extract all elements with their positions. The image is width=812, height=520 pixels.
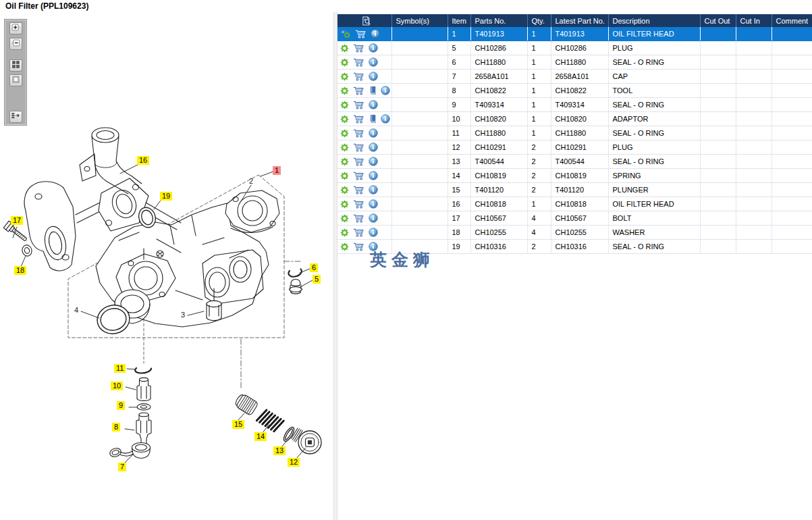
modify-gear-icon[interactable] — [340, 86, 349, 95]
part-info-icon[interactable] — [369, 157, 378, 166]
add-to-cart-icon[interactable] — [353, 101, 364, 109]
table-row[interactable]: 8 CH10822 1 CH10822 TOOL — [337, 84, 812, 98]
tile-view-button[interactable] — [9, 59, 22, 72]
modify-gear-icon[interactable] — [340, 242, 349, 251]
callout-18[interactable]: 18 — [14, 266, 26, 275]
full-page-view-button[interactable] — [9, 74, 22, 86]
cell-item: 6 — [448, 55, 470, 70]
part-info-icon[interactable] — [369, 199, 378, 209]
cell-latest-part-no: T401120 — [551, 183, 608, 197]
add-to-cart-icon[interactable] — [353, 143, 364, 152]
add-to-cart-icon[interactable] — [353, 242, 364, 251]
table-row[interactable]: 12 CH10291 2 CH10291 PLUG — [337, 140, 812, 155]
callout-15[interactable]: 15 — [232, 420, 244, 429]
callout-12[interactable]: 12 — [288, 458, 300, 467]
catalogue-note-icon[interactable] — [369, 114, 377, 124]
linked-gear-icon[interactable] — [340, 30, 351, 38]
add-to-cart-icon[interactable] — [353, 214, 364, 223]
cell-item: 13 — [448, 155, 470, 169]
part-info-icon[interactable] — [369, 128, 378, 138]
add-to-cart-icon[interactable] — [353, 58, 364, 67]
table-row[interactable]: 6 CH11880 1 CH11880 SEAL - O RING — [337, 55, 812, 70]
cell-symbols — [391, 98, 448, 112]
modify-gear-icon[interactable] — [340, 228, 349, 237]
modify-gear-icon[interactable] — [340, 115, 349, 124]
cell-parts-no: CH10291 — [470, 140, 527, 155]
callout-7[interactable]: 7 — [118, 463, 126, 471]
zoom-in-button[interactable] — [9, 22, 22, 34]
callout-14[interactable]: 14 — [254, 432, 267, 441]
modify-gear-icon[interactable] — [340, 44, 349, 53]
part-info-icon[interactable] — [369, 57, 378, 67]
app-window: Oil Filter (PPL109623) — [0, 0, 812, 520]
table-row[interactable]: 17 CH10567 4 CH10567 BOLT — [337, 211, 812, 226]
cell-cut-in — [736, 169, 772, 183]
table-row[interactable]: 10 CH10820 1 CH10820 ADAPTOR — [337, 112, 812, 126]
part-info-icon[interactable] — [369, 171, 378, 180]
callout-8[interactable]: 8 — [112, 423, 120, 432]
table-row[interactable]: 7 2658A101 1 2658A101 CAP — [337, 70, 812, 84]
table-row[interactable]: 1 T401913 1 T401913 OIL FILTER HEAD — [337, 27, 812, 41]
part-info-icon[interactable] — [369, 72, 378, 81]
cell-symbols — [391, 169, 448, 183]
part-info-icon[interactable] — [381, 86, 390, 95]
callout-17[interactable]: 17 — [11, 216, 23, 225]
modify-gear-icon[interactable] — [340, 143, 349, 152]
table-row[interactable]: 5 CH10286 1 CH10286 PLUG — [337, 41, 812, 55]
add-to-cart-icon[interactable] — [353, 186, 364, 194]
callout-9[interactable]: 9 — [117, 401, 125, 410]
table-row[interactable]: 18 CH10255 4 CH10255 WASHER — [337, 226, 812, 240]
part-info-icon[interactable] — [369, 213, 378, 223]
callout-11[interactable]: 11 — [114, 364, 126, 373]
part-info-icon[interactable] — [369, 228, 378, 237]
cell-latest-part-no: T400544 — [551, 155, 608, 169]
add-to-cart-icon[interactable] — [355, 30, 367, 38]
part-info-icon[interactable] — [381, 114, 390, 124]
add-to-cart-icon[interactable] — [353, 72, 364, 81]
table-row[interactable]: 14 CH10819 2 CH10819 SPRING — [337, 169, 812, 183]
cell-description: BOLT — [608, 211, 700, 226]
table-row[interactable]: 11 CH11880 1 CH11880 SEAL - O RING — [337, 126, 812, 140]
zoom-out-button[interactable] — [9, 38, 22, 50]
callout-6[interactable]: 6 — [310, 263, 318, 272]
cell-cut-in — [736, 240, 772, 254]
add-to-cart-icon[interactable] — [353, 228, 364, 237]
catalogue-note-icon[interactable] — [369, 86, 377, 95]
part-info-icon[interactable] — [369, 185, 378, 194]
add-to-cart-icon[interactable] — [353, 200, 364, 209]
callout-1[interactable]: 1 — [273, 166, 281, 175]
callout-19[interactable]: 19 — [160, 192, 172, 201]
part-info-icon[interactable] — [369, 100, 378, 109]
modify-gear-icon[interactable] — [340, 157, 349, 166]
part-info-icon[interactable] — [371, 29, 380, 38]
part-info-icon[interactable] — [369, 142, 378, 152]
modify-gear-icon[interactable] — [340, 186, 349, 194]
modify-gear-icon[interactable] — [340, 172, 349, 180]
add-to-cart-icon[interactable] — [353, 172, 364, 180]
add-to-cart-icon[interactable] — [353, 157, 364, 166]
table-row[interactable]: 13 T400544 2 T400544 SEAL - O RING — [337, 155, 812, 169]
callout-16[interactable]: 16 — [137, 156, 149, 165]
add-to-cart-icon[interactable] — [353, 115, 364, 124]
add-to-cart-icon[interactable] — [353, 44, 364, 53]
callout-5[interactable]: 5 — [313, 275, 321, 284]
part-info-icon[interactable] — [369, 43, 378, 53]
cell-qty: 1 — [527, 98, 551, 112]
toggle-parts-panel-button[interactable] — [9, 111, 22, 123]
cell-parts-no: T401120 — [470, 183, 527, 197]
table-row[interactable]: 15 T401120 2 T401120 PLUNGER — [337, 183, 812, 197]
callout-10[interactable]: 10 — [111, 382, 123, 390]
modify-gear-icon[interactable] — [340, 214, 349, 223]
add-to-cart-icon[interactable] — [353, 129, 364, 138]
add-to-cart-icon[interactable] — [353, 86, 364, 95]
modify-gear-icon[interactable] — [340, 58, 349, 67]
modify-gear-icon[interactable] — [340, 101, 349, 109]
table-row[interactable]: 9 T409314 1 T409314 SEAL - O RING — [337, 98, 812, 112]
table-row[interactable]: 16 CH10818 1 CH10818 OIL FILTER HEAD — [337, 197, 812, 211]
callout-13[interactable]: 13 — [273, 446, 286, 455]
cell-qty: 1 — [527, 112, 551, 126]
modify-gear-icon[interactable] — [340, 200, 349, 209]
cell-actions — [337, 126, 391, 140]
modify-gear-icon[interactable] — [340, 129, 349, 138]
modify-gear-icon[interactable] — [340, 72, 349, 81]
